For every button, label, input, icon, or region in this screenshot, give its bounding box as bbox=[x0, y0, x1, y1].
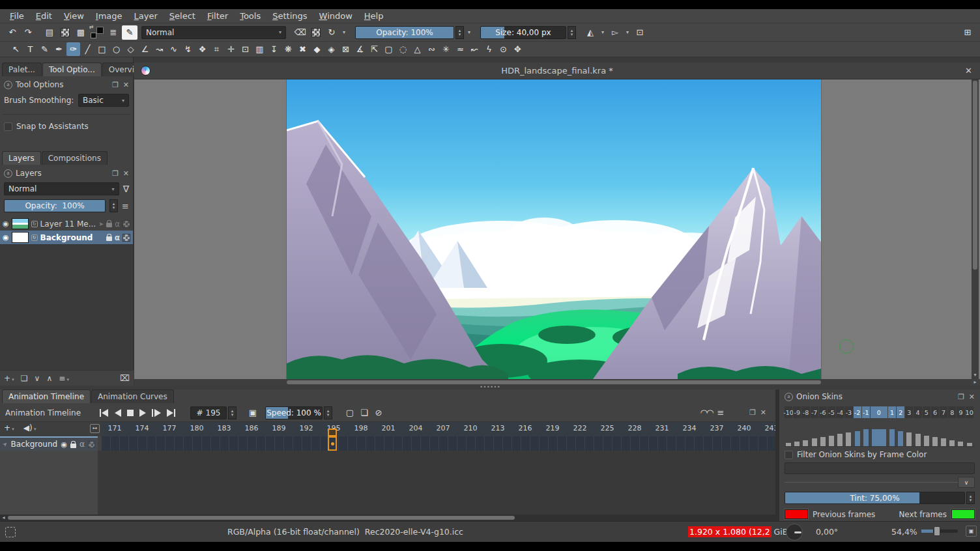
frame-label-177[interactable]: 177 bbox=[156, 424, 183, 432]
onion-number-5[interactable]: 5 bbox=[923, 406, 930, 418]
onion-bar-cell-2[interactable] bbox=[897, 431, 904, 446]
texture-icon[interactable]: ▩ bbox=[74, 25, 88, 40]
alpha-lock-icon[interactable]: α bbox=[115, 219, 120, 229]
onion-bar-cell--9[interactable] bbox=[793, 442, 801, 446]
timeline-layer-label[interactable]: ➤ Background ◉ α bbox=[0, 436, 98, 451]
tool-reference-images-icon[interactable]: ⇱ bbox=[368, 42, 381, 56]
onion-opacity-bar--4[interactable] bbox=[837, 434, 843, 446]
tool-assistants-icon[interactable]: ⊠ bbox=[339, 42, 353, 56]
trim-canvas-icon[interactable]: ⊡ bbox=[633, 25, 647, 40]
frame-label-180[interactable]: 180 bbox=[183, 424, 210, 432]
onion-bar-cell-8[interactable] bbox=[948, 440, 956, 446]
brush-editor-button[interactable]: ✎ bbox=[122, 25, 137, 40]
canvas-titlebar[interactable]: HDR_landscape_final.kra * ✕ bbox=[134, 63, 980, 79]
onion-number--6[interactable]: -6 bbox=[819, 406, 827, 418]
tool-freehand-brush-icon[interactable]: ✑ bbox=[66, 42, 80, 56]
onion-number--1[interactable]: -1 bbox=[862, 406, 870, 418]
tool-gradient-icon[interactable]: ▥ bbox=[253, 42, 267, 56]
zoom-slider-handle[interactable] bbox=[934, 526, 940, 536]
duplicate-frame-icon[interactable]: ❏ bbox=[357, 406, 371, 420]
frame-label-210[interactable]: 210 bbox=[457, 424, 484, 432]
zoom-reset-button[interactable]: ▣ bbox=[966, 526, 977, 537]
tool-freehand-select-icon[interactable]: ∾ bbox=[425, 42, 439, 56]
inherit-alpha-icon[interactable] bbox=[122, 220, 130, 228]
tool-freehand-path-icon[interactable]: ∿ bbox=[167, 42, 180, 56]
frame-label-228[interactable]: 228 bbox=[621, 424, 648, 432]
layer-properties-icon[interactable]: ≡ bbox=[122, 201, 129, 211]
stop-button[interactable] bbox=[126, 409, 134, 417]
tool-move-icon[interactable]: ✛ bbox=[224, 42, 238, 56]
tool-ellipse-icon[interactable]: ○ bbox=[109, 42, 123, 56]
vertical-scrollbar[interactable]: ▾ bbox=[972, 79, 979, 379]
horizontal-scrollbar-thumb[interactable] bbox=[287, 380, 821, 384]
frame-label-243[interactable]: 243 bbox=[758, 424, 775, 432]
opacity-spinner[interactable]: ▴▾ bbox=[455, 26, 464, 39]
onion-opacity-bar--3[interactable] bbox=[846, 432, 851, 446]
move-layer-down-button[interactable]: ∨ bbox=[35, 374, 40, 383]
onion-skin-toggle-icon[interactable]: ➤ bbox=[99, 221, 104, 227]
onion-number-8[interactable]: 8 bbox=[948, 406, 956, 418]
frame-label-237[interactable]: 237 bbox=[703, 424, 730, 432]
spin-down-icon[interactable]: ▾ bbox=[231, 413, 234, 417]
tool-polygon-icon[interactable]: ◇ bbox=[124, 42, 137, 56]
onion-bar-cell--2[interactable] bbox=[854, 431, 861, 446]
tool-contiguous-select-icon[interactable]: ✳ bbox=[439, 42, 453, 56]
tab-tool-options[interactable]: Tool Optio... bbox=[42, 63, 102, 76]
frame-label-189[interactable]: 189 bbox=[265, 424, 293, 432]
tool-ellipse-select-icon[interactable]: ◌ bbox=[396, 42, 410, 56]
wrap-around-icon[interactable]: ▻ bbox=[608, 25, 622, 40]
scroll-down-icon[interactable]: ▾ bbox=[972, 372, 979, 379]
onion-opacity-bar--6[interactable] bbox=[820, 437, 826, 446]
docker-lock-icon[interactable]: a bbox=[4, 81, 12, 89]
swap-colors-icon[interactable]: ⇄ bbox=[89, 24, 94, 30]
onion-number-4[interactable]: 4 bbox=[914, 406, 921, 418]
rotation-dial[interactable] bbox=[786, 524, 803, 541]
onion-bar-cell--7[interactable] bbox=[811, 438, 818, 446]
onion-number--2[interactable]: -2 bbox=[854, 406, 861, 418]
close-docker-icon[interactable]: ✕ bbox=[123, 81, 129, 89]
spin-down-icon[interactable]: ▾ bbox=[327, 413, 330, 417]
tool-calligraphy-icon[interactable]: ✒ bbox=[52, 42, 66, 56]
layer-properties-button[interactable]: ≡ ▾ bbox=[59, 374, 69, 383]
scroll-right-icon[interactable]: ▸ bbox=[972, 379, 979, 386]
skip-to-start-button[interactable] bbox=[99, 409, 109, 417]
close-document-icon[interactable]: ✕ bbox=[965, 66, 972, 76]
spin-down-icon[interactable]: ▾ bbox=[113, 206, 115, 210]
onion-number--4[interactable]: -4 bbox=[836, 406, 844, 418]
selection-tool-status-icon[interactable] bbox=[5, 527, 16, 537]
visibility-eye-icon[interactable]: ◉ bbox=[3, 219, 9, 228]
onion-opacity-bar-6[interactable] bbox=[932, 437, 938, 446]
collapse-chevron-button[interactable]: ∨ bbox=[958, 477, 975, 488]
tool-zoom-icon[interactable]: ⊙ bbox=[497, 42, 510, 56]
onion-opacity-bar--2[interactable] bbox=[855, 431, 860, 446]
onion-number-3[interactable]: 3 bbox=[905, 406, 913, 418]
tab-animation-timeline[interactable]: Animation Timeline bbox=[2, 389, 91, 403]
frame-label-234[interactable]: 234 bbox=[676, 424, 703, 432]
mirror-view-icon[interactable]: ◭ bbox=[583, 25, 598, 40]
layer-filter-icon[interactable]: ∇ bbox=[123, 184, 129, 194]
onion-bar-cell-9[interactable] bbox=[957, 442, 964, 446]
next-frame-button[interactable] bbox=[151, 409, 162, 417]
tool-multibrush-icon[interactable]: ❖ bbox=[195, 42, 209, 56]
inherit-alpha-icon[interactable] bbox=[122, 234, 130, 242]
layer-opacity-slider[interactable]: Opacity: 100% bbox=[4, 199, 106, 212]
gradients-icon[interactable]: ▤ bbox=[42, 25, 57, 40]
frame-label-219[interactable]: 219 bbox=[539, 424, 566, 432]
tool-polyline-icon[interactable]: ∠ bbox=[138, 42, 152, 56]
timeline-scrollbar-thumb[interactable] bbox=[8, 516, 515, 520]
onion-bar-cell-7[interactable] bbox=[940, 438, 947, 446]
tab-compositions[interactable]: Compositions bbox=[42, 151, 108, 165]
onion-bar-cell--1[interactable] bbox=[862, 429, 870, 446]
onion-number-2[interactable]: 2 bbox=[897, 406, 904, 418]
playhead-ruler-marker[interactable] bbox=[328, 429, 337, 436]
menu-item-image[interactable]: Image bbox=[90, 10, 128, 22]
patterns-icon[interactable] bbox=[58, 25, 72, 40]
menu-item-file[interactable]: File bbox=[4, 10, 30, 22]
tint-slider[interactable]: Tint: 75,00% bbox=[785, 492, 965, 504]
close-docker-icon[interactable]: ✕ bbox=[123, 169, 129, 178]
frame-number-spinbox[interactable]: # 195 bbox=[190, 406, 227, 419]
blend-mode-combobox[interactable]: Normal ▾ bbox=[141, 26, 286, 39]
onion-number--10[interactable]: -10 bbox=[785, 406, 792, 418]
onion-number--9[interactable]: -9 bbox=[793, 406, 801, 418]
onion-opacity-bar-5[interactable] bbox=[924, 436, 929, 446]
